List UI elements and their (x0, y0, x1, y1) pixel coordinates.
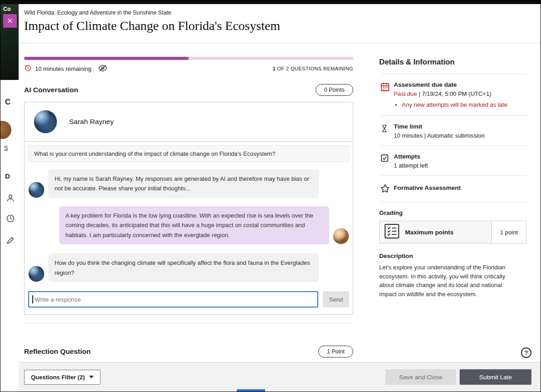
ai-message-bubble: How do you think the changing climate wi… (48, 253, 319, 282)
footer-actions: Save and Close Submit Late (386, 369, 531, 385)
footer-bar: Questions Filter (2) Save and Close Subm… (19, 362, 541, 392)
due-date-label: Assessment due date (394, 81, 526, 88)
timer-icon (24, 64, 32, 74)
assessment-panel: Wild Florida: Ecology and Adventure in t… (19, 4, 541, 392)
attempts-label: Attempts (394, 153, 526, 160)
grading-box: Maximum points 1 point (379, 221, 526, 243)
course-banner-text: Co (3, 6, 11, 12)
background-link-partial: S (4, 145, 8, 151)
description-heading: Description (379, 253, 526, 259)
window-top-bar (0, 0, 541, 4)
late-warning-text: Any new attempts will be marked as late. (402, 101, 526, 108)
background-details-partial: D (5, 172, 10, 180)
close-icon: ✕ (7, 17, 13, 25)
page-title: Impact of Climate Change on Florida's Ec… (24, 19, 280, 33)
response-input[interactable] (28, 291, 318, 308)
bottom-blue-fragment (237, 389, 265, 392)
questions-filter-label: Questions Filter (2) (31, 374, 85, 381)
hourglass-icon (380, 123, 394, 139)
submit-late-button[interactable]: Submit Late (460, 369, 531, 385)
section-divider (24, 323, 353, 323)
person-icon (6, 194, 15, 203)
question-column: 10 minutes remaining 1 OF 2 QUESTIONS RE… (24, 50, 353, 358)
grading-heading: Grading (379, 209, 526, 216)
time-limit-label: Time limit (394, 123, 526, 130)
time-limit-value: 10 minutes | Automatic submission (394, 132, 526, 139)
course-title: Wild Florida: Ecology and Adventure in t… (24, 10, 171, 16)
save-and-close-button[interactable]: Save and Close (386, 369, 456, 385)
reflection-points-badge: 1 Point (318, 346, 353, 357)
persona-card: Sarah Rayney (24, 102, 353, 142)
chevron-down-icon (89, 376, 94, 378)
help-button[interactable]: ? (521, 347, 531, 358)
divider (379, 202, 526, 202)
close-panel-button[interactable]: ✕ (3, 14, 17, 28)
attempts-value: 1 attempt left (394, 162, 526, 169)
response-input-wrap (28, 291, 318, 308)
formative-label: Formative Assessment (394, 183, 526, 191)
status-row: 10 minutes remaining 1 OF 2 QUESTIONS RE… (24, 65, 353, 73)
questions-filter-button[interactable]: Questions Filter (2) (24, 370, 100, 385)
timer-group: 10 minutes remaining (24, 64, 107, 74)
chat-message-user: A key problem for Florida is the low lyi… (28, 206, 349, 244)
clipboard-check-icon (380, 153, 394, 169)
ai-conversation-heading: AI Conversation (24, 86, 78, 94)
ai-avatar (28, 266, 45, 282)
title-divider (19, 43, 541, 43)
hide-timer-toggle[interactable] (98, 65, 107, 73)
chat-message-ai: Hi, my name is Sarah Rayney. My response… (28, 169, 349, 198)
background-heading-partial: C (5, 98, 10, 107)
response-input-row: Send (28, 291, 349, 308)
star-icon (380, 183, 394, 195)
ai-avatar (28, 182, 45, 198)
persona-name: Sarah Rayney (69, 118, 114, 126)
late-warning-list: Any new attempts will be marked as late. (402, 101, 526, 108)
attempts-row: Attempts 1 attempt left (379, 146, 526, 175)
text-cursor (32, 295, 33, 303)
details-heading: Details & Information (379, 58, 526, 66)
max-points-label: Maximum points (405, 229, 454, 236)
progress-fill (24, 57, 189, 60)
pencil-icon (6, 236, 15, 245)
attempt-progress-bar (24, 57, 353, 60)
time-limit-row: Time limit 10 minutes | Automatic submis… (379, 116, 526, 145)
assessment-overlay-page: Co C S D ✕ Wild Florida: Ecology and Adv… (0, 0, 541, 392)
max-points-value: 1 point (491, 221, 526, 243)
clock-icon (6, 214, 15, 223)
ai-conversation-header: AI Conversation 0 Points (24, 84, 353, 96)
instructor-avatar-partial (0, 121, 11, 139)
chat-message-ai: How do you think the changing climate wi… (28, 253, 349, 282)
time-remaining-text: 10 minutes remaining (35, 65, 91, 72)
conversation-question: What is your current understanding of th… (28, 145, 349, 162)
max-points-cell: Maximum points (380, 221, 491, 243)
due-date-value: Past due | 7/19/24, 5:00 PM (UTC+1) (394, 90, 526, 97)
reflection-question-header: Reflection Question 1 Point (24, 345, 353, 358)
user-avatar (333, 228, 349, 244)
chat-area: What is your current understanding of th… (24, 141, 353, 315)
due-date-row: Assessment due date Past due | 7/19/24, … (379, 74, 526, 115)
eye-slash-icon (98, 65, 107, 73)
question-mark-icon: ? (525, 349, 528, 356)
formative-row: Formative Assessment (379, 176, 526, 202)
past-due-status: Past due (394, 90, 417, 97)
background-page-sliver: Co C S D (0, 4, 19, 392)
send-button[interactable]: Send (323, 291, 349, 308)
calendar-icon (380, 81, 394, 109)
ai-points-badge: 0 Points (316, 84, 353, 96)
description-text: Let's explore your understanding of the … (379, 263, 521, 298)
questions-remaining-text: 1 OF 2 QUESTIONS REMAINING (273, 66, 353, 71)
details-sidebar: Details & Information Assessment due dat… (379, 55, 526, 298)
reflection-question-heading: Reflection Question (24, 347, 90, 356)
rubric-icon (384, 223, 400, 241)
user-message-bubble: A key problem for Florida is the low lyi… (59, 206, 329, 244)
ai-message-bubble: Hi, my name is Sarah Rayney. My response… (48, 169, 319, 198)
persona-avatar (34, 110, 57, 134)
